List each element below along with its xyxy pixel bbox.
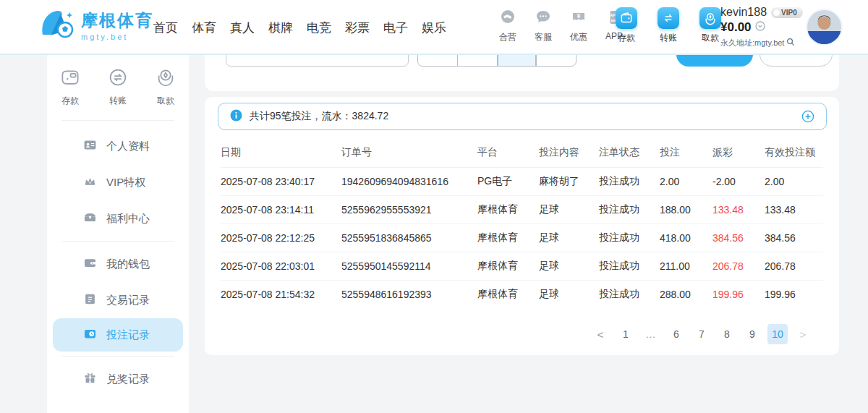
cell-date: 2025-07-08 22:12:25 bbox=[221, 224, 341, 252]
svg-text:¥: ¥ bbox=[576, 12, 580, 20]
table-header-row: 日期订单号平台投注内容注单状态投注派彩有效投注额 bbox=[221, 139, 823, 168]
crown-icon bbox=[83, 174, 97, 191]
column-header: 日期 bbox=[221, 139, 341, 168]
sidebar-withdraw[interactable]: 取款 bbox=[150, 67, 182, 107]
page-button-9[interactable]: 9 bbox=[742, 324, 762, 344]
site-logo[interactable]: 摩根体育 mgty.bet bbox=[39, 7, 153, 43]
user-avatar[interactable] bbox=[807, 10, 841, 44]
nav-esports[interactable]: 电竞 bbox=[307, 20, 331, 36]
cell-status: 投注成功 bbox=[599, 224, 660, 252]
sidebar-item-profile[interactable]: 个人资料 bbox=[47, 128, 189, 164]
quicklink-promo[interactable]: ¥ 优惠 bbox=[564, 9, 593, 43]
prev-page-icon[interactable]: < bbox=[590, 324, 610, 344]
bet-table: 日期订单号平台投注内容注单状态投注派彩有效投注额 2025-07-08 23:4… bbox=[221, 139, 823, 308]
cell-platform: 摩根体育 bbox=[477, 196, 539, 224]
cell-payout: 133.48 bbox=[712, 196, 765, 224]
wallet-actions: 存款 转账 取款 bbox=[612, 7, 725, 44]
summary-text: 共计95笔投注，流水：3824.72 bbox=[250, 110, 388, 123]
sidebar-item-wallet[interactable]: 我的钱包 bbox=[47, 246, 189, 282]
page-button-8[interactable]: 8 bbox=[717, 324, 737, 344]
sidebar-transfer[interactable]: 转账 bbox=[102, 67, 134, 107]
next-page-icon[interactable]: > bbox=[793, 324, 813, 344]
deposit-icon bbox=[616, 7, 637, 29]
cell-bet: 188.00 bbox=[660, 196, 712, 224]
cell-status: 投注成功 bbox=[599, 196, 660, 224]
cell-content: 足球 bbox=[539, 281, 599, 309]
sidebar-quick-label: 取款 bbox=[157, 95, 174, 107]
table-row: 2025-07-08 23:40:171942609694094831616PG… bbox=[221, 168, 823, 196]
nav-slots[interactable]: 电子 bbox=[383, 20, 408, 36]
page-button-1[interactable]: 1 bbox=[616, 324, 636, 344]
divider bbox=[61, 241, 174, 242]
nav-lottery[interactable]: 彩票 bbox=[345, 20, 370, 36]
nav-entertainment[interactable]: 娱乐 bbox=[422, 20, 446, 36]
sidebar-item-label: VIP特权 bbox=[106, 176, 145, 190]
sidebar-item-prize-records[interactable]: 兑 兑奖记录 bbox=[47, 361, 189, 397]
page-button-6[interactable]: 6 bbox=[666, 324, 686, 344]
column-header: 派彩 bbox=[712, 139, 765, 168]
logo-text: 摩根体育 mgty.bet bbox=[81, 9, 153, 41]
svg-text:兑: 兑 bbox=[89, 378, 92, 382]
sidebar-item-label: 投注记录 bbox=[106, 328, 150, 342]
page-numbers: 1…678910 bbox=[616, 324, 788, 344]
sidebar-item-label: 兑奖记录 bbox=[106, 372, 150, 386]
nav-home[interactable]: 首页 bbox=[153, 20, 178, 36]
cell-valid-bet: 2.00 bbox=[765, 168, 823, 196]
page-button-10[interactable]: 10 bbox=[767, 324, 788, 344]
column-header: 有效投注额 bbox=[765, 139, 823, 168]
sidebar-quick-label: 存款 bbox=[61, 95, 79, 107]
page: 摩根体育 mgty.bet 首页 体育 真人 棋牌 电竞 彩票 电子 娱乐 合营 bbox=[0, 0, 868, 413]
username[interactable]: kevin188 bbox=[720, 6, 767, 19]
transfer-outline-icon bbox=[107, 67, 129, 91]
sidebar-item-label: 个人资料 bbox=[106, 140, 150, 153]
wallet-action-label: 存款 bbox=[618, 32, 635, 44]
sidebar-quick-label: 转账 bbox=[109, 95, 127, 107]
cell-content: 足球 bbox=[539, 252, 599, 281]
cell-content: 麻将胡了 bbox=[539, 168, 599, 196]
deposit-action[interactable]: 存款 bbox=[612, 7, 641, 44]
sidebar-item-welfare[interactable]: 福利中心 bbox=[47, 200, 189, 237]
cell-order-no: 5255948616192393 bbox=[341, 281, 477, 309]
magnifier-icon[interactable] bbox=[786, 36, 795, 49]
quicklink-partner[interactable]: 合营 bbox=[493, 9, 522, 43]
quicklink-support[interactable]: 客服 bbox=[529, 9, 558, 43]
bet-record-icon bbox=[83, 327, 97, 344]
nav-live[interactable]: 真人 bbox=[230, 20, 255, 36]
sidebar-item-vip[interactable]: VIP特权 bbox=[47, 164, 189, 200]
cell-status: 投注成功 bbox=[599, 168, 660, 196]
sidebar-menu: 个人资料 VIP特权 福利中心 我的钱包 bbox=[47, 125, 189, 400]
cell-valid-bet: 199.96 bbox=[765, 281, 823, 309]
gift-icon: 兑 bbox=[83, 371, 97, 388]
vip-badge: VIP0 bbox=[771, 7, 803, 18]
plus-circle-icon[interactable] bbox=[801, 110, 814, 123]
cell-platform: 摩根体育 bbox=[477, 224, 539, 252]
table-row: 2025-07-08 22:03:015255950145592114摩根体育足… bbox=[221, 252, 823, 281]
cell-date: 2025-07-08 22:03:01 bbox=[221, 252, 341, 281]
column-header: 投注内容 bbox=[539, 139, 599, 168]
nav-sports[interactable]: 体育 bbox=[192, 20, 216, 36]
cell-valid-bet: 384.56 bbox=[765, 224, 823, 252]
logo-mark-icon bbox=[39, 7, 75, 43]
id-card-icon bbox=[83, 138, 97, 155]
page-button-7[interactable]: 7 bbox=[692, 324, 712, 344]
sidebar-item-label: 福利中心 bbox=[106, 212, 150, 226]
cell-payout: 206.78 bbox=[712, 252, 765, 281]
cell-valid-bet: 206.78 bbox=[765, 252, 823, 281]
quicklink-label: 合营 bbox=[499, 31, 516, 43]
sidebar-item-bet-records[interactable]: 投注记录 bbox=[53, 318, 183, 352]
cell-status: 投注成功 bbox=[599, 252, 660, 281]
cell-content: 足球 bbox=[539, 224, 599, 252]
sidebar-deposit[interactable]: 存款 bbox=[54, 67, 86, 107]
nav-cards[interactable]: 棋牌 bbox=[268, 20, 293, 36]
cell-valid-bet: 133.48 bbox=[765, 196, 823, 224]
sidebar-item-transactions[interactable]: 交易记录 bbox=[47, 282, 189, 318]
cell-bet: 288.00 bbox=[660, 281, 712, 309]
main-nav: 首页 体育 真人 棋牌 电竞 彩票 电子 娱乐 bbox=[153, 0, 446, 55]
column-header: 投注 bbox=[660, 139, 712, 168]
deposit-outline-icon bbox=[59, 67, 81, 91]
handshake-icon bbox=[499, 9, 516, 29]
sidebar-item-label: 我的钱包 bbox=[106, 257, 150, 271]
transfer-action[interactable]: 转账 bbox=[654, 7, 683, 44]
quick-links: 合营 客服 ¥ 优惠 APP APP bbox=[493, 9, 629, 43]
balance-refresh-chevron-icon[interactable] bbox=[755, 21, 765, 34]
